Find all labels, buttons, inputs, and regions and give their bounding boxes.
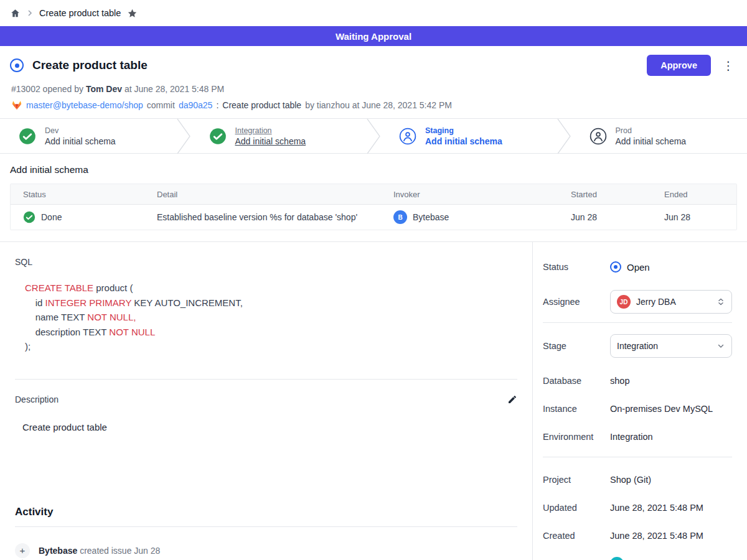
assignee-label: Assignee xyxy=(543,297,610,307)
project-row: ProjectShop (Git) xyxy=(543,469,732,491)
done-check-icon xyxy=(23,211,35,223)
task-detail-cell: Established baseline version %s for data… xyxy=(144,212,381,222)
description-label: Description xyxy=(15,394,507,404)
approve-button[interactable]: Approve xyxy=(647,55,711,76)
divider xyxy=(15,526,517,527)
issue-header: Create product table Approve ⋮ #13002 op… xyxy=(0,46,747,118)
stage-person-icon xyxy=(399,128,416,145)
status-label: Status xyxy=(543,262,610,272)
issue-title: Create product table xyxy=(32,58,148,72)
pipeline-stage-dev[interactable]: DevAdd initial schema xyxy=(0,119,177,153)
stage-env-label: Prod xyxy=(616,126,687,135)
pipeline-stage-integration[interactable]: IntegrationAdd initial schema xyxy=(190,119,367,153)
stage-task-label: Add initial schema xyxy=(425,136,502,146)
assignee-value: Jerry DBA xyxy=(636,297,711,307)
issue-author: Tom Dev xyxy=(86,84,122,94)
field-label: Created xyxy=(543,531,610,541)
sql-line: id INTEGER PRIMARY KEY AUTO_INCREMENT, xyxy=(25,296,517,310)
bytebase-issue-page: Create product table Waiting Approval Cr… xyxy=(0,0,747,560)
breadcrumb: Create product table xyxy=(0,0,747,26)
stage-task-label: Add initial schema xyxy=(616,136,687,146)
task-ended-cell: Jun 28 xyxy=(652,212,736,222)
issue-meta: #13002 opened by Tom Dev at June 28, 202… xyxy=(11,84,737,94)
updown-chevron-icon xyxy=(716,297,725,306)
stage-value: Integration xyxy=(617,341,711,351)
pipeline-stage-prod[interactable]: ProdAdd initial schema xyxy=(571,119,747,153)
content-split: SQL CREATE TABLE product ( id INTEGER PR… xyxy=(0,241,747,560)
waiting-approval-banner: Waiting Approval xyxy=(0,26,747,46)
sql-line: name TEXT NOT NULL, xyxy=(25,310,517,325)
invoker-avatar: B xyxy=(393,210,407,224)
plus-icon: + xyxy=(15,543,30,558)
sql-line: description TEXT NOT NULL xyxy=(25,325,517,340)
activity-timeline: +Bytebase created issue Jun 28 xyxy=(15,543,517,558)
divider xyxy=(543,322,732,323)
divider xyxy=(543,457,732,457)
stage-env-label: Dev xyxy=(45,126,116,135)
column-header-ended: Ended xyxy=(652,190,736,199)
assignee-select[interactable]: JD Jerry DBA xyxy=(610,290,732,314)
description-text: Create product table xyxy=(22,422,517,432)
activity-title: Activity xyxy=(15,506,517,518)
instance-row: InstanceOn-premises Dev MySQL xyxy=(543,398,732,420)
created-row: CreatedJune 28, 2021 5:48 PM xyxy=(543,525,732,547)
assignee-row: Assignee JD Jerry DBA xyxy=(543,290,732,314)
stage-person-icon xyxy=(590,128,607,145)
kebab-menu-icon[interactable]: ⋮ xyxy=(720,60,737,72)
task-row[interactable]: DoneEstablished baseline version %s for … xyxy=(11,205,736,230)
stage-separator xyxy=(557,119,571,154)
creator-row: Creator TD Tom Dev xyxy=(543,553,732,560)
task-started-cell: Jun 28 xyxy=(558,212,652,222)
stage-row: Stage Integration xyxy=(543,334,732,358)
environment-row: EnvironmentIntegration xyxy=(543,426,732,448)
field-label: Updated xyxy=(543,503,610,513)
field-value: Shop (Git) xyxy=(610,475,651,485)
sql-line: ); xyxy=(25,339,517,354)
star-icon[interactable] xyxy=(127,8,138,19)
home-icon[interactable] xyxy=(10,8,21,19)
commit-branch-link[interactable]: master@bytebase-demo/shop xyxy=(26,100,143,110)
commit-message: Create product table xyxy=(222,100,301,110)
task-invoker-cell: BBytebase xyxy=(381,210,558,224)
activity-item: +Bytebase created issue Jun 28 xyxy=(15,543,517,558)
pipeline-stages: DevAdd initial schemaIntegrationAdd init… xyxy=(0,118,747,154)
stage-task-label: Add initial schema xyxy=(235,136,306,146)
main-column: SQL CREATE TABLE product ( id INTEGER PR… xyxy=(0,242,533,560)
stage-separator xyxy=(367,119,380,154)
sidebar: Status Open Assignee JD Jerry DBA xyxy=(533,242,747,560)
creator-avatar: TD xyxy=(610,557,624,560)
field-value: shop xyxy=(610,376,629,386)
status-row: Status Open xyxy=(543,256,732,278)
field-label: Project xyxy=(543,475,610,485)
stage-env-label: Staging xyxy=(425,126,502,135)
column-header-invoker: Invoker xyxy=(381,190,558,199)
stage-env-label: Integration xyxy=(235,126,306,135)
breadcrumb-current[interactable]: Create product table xyxy=(39,8,121,18)
stage-separator xyxy=(177,119,190,154)
stage-select[interactable]: Integration xyxy=(610,334,732,358)
stage-label: Stage xyxy=(543,341,610,351)
column-header-status: Status xyxy=(11,190,144,199)
field-value: June 28, 2021 5:48 PM xyxy=(610,503,703,513)
column-header-started: Started xyxy=(558,190,652,199)
task-status-cell: Done xyxy=(11,211,144,223)
field-value: June 28, 2021 5:48 PM xyxy=(610,531,703,541)
task-section: Add initial schema StatusDetailInvokerSt… xyxy=(0,154,747,241)
sql-label: SQL xyxy=(15,257,517,267)
edit-pencil-icon[interactable] xyxy=(507,394,517,404)
chevron-down-icon xyxy=(716,342,725,350)
gitlab-icon xyxy=(11,100,22,111)
commit-line: master@bytebase-demo/shop commit da90a25… xyxy=(11,100,737,111)
commit-hash-link[interactable]: da90a25 xyxy=(179,100,213,110)
chevron-right-icon xyxy=(27,10,33,16)
field-value: On-premises Dev MySQL xyxy=(610,404,713,414)
stage-done-check-icon xyxy=(19,128,36,145)
task-table-header: StatusDetailInvokerStartedEnded xyxy=(11,184,736,205)
column-header-detail: Detail xyxy=(144,190,381,199)
pipeline-stage-staging[interactable]: StagingAdd initial schema xyxy=(380,119,557,153)
database-row: Databaseshop xyxy=(543,370,732,392)
updated-row: UpdatedJune 28, 2021 5:48 PM xyxy=(543,497,732,519)
open-status-icon xyxy=(610,261,621,273)
field-label: Environment xyxy=(543,432,610,442)
field-value: Integration xyxy=(610,432,653,442)
